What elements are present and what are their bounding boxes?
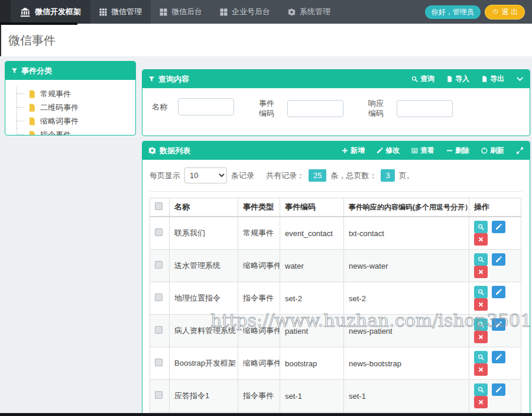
search-button[interactable]: 查询 bbox=[411, 74, 434, 84]
import-button-label: 导入 bbox=[455, 74, 469, 84]
edit-button[interactable]: 修改 bbox=[377, 146, 400, 156]
row-view-button[interactable] bbox=[474, 383, 488, 396]
x-icon bbox=[478, 301, 484, 308]
event-category-panel: 事件分类 常规事件 二维码事件 缩略词事件 指令事件 bbox=[5, 61, 136, 136]
cell-event-code: bootstrap bbox=[280, 347, 344, 380]
nav-item-label: 系统管理 bbox=[300, 7, 330, 17]
response-code-field[interactable] bbox=[397, 100, 453, 117]
cell-event-code: water bbox=[280, 250, 344, 282]
cell-event-type: 指令事件 bbox=[238, 380, 280, 412]
search-icon bbox=[411, 76, 418, 82]
field-group-name: 名称 bbox=[152, 98, 234, 115]
cell-name: 联系我们 bbox=[170, 217, 238, 250]
event-code-field[interactable] bbox=[287, 100, 343, 117]
cell-event-type: 缩略词事件 bbox=[238, 250, 280, 282]
import-button[interactable]: 导入 bbox=[446, 74, 469, 84]
plus-icon bbox=[342, 147, 348, 154]
refresh-button[interactable]: 刷新 bbox=[481, 146, 504, 156]
row-delete-button[interactable] bbox=[474, 298, 488, 311]
cell-actions bbox=[469, 250, 521, 282]
filter-icon bbox=[148, 76, 155, 82]
pencil-icon bbox=[495, 321, 502, 328]
add-button[interactable]: 新增 bbox=[342, 146, 365, 156]
nav-item-label: 微信后台 bbox=[171, 7, 202, 17]
row-delete-button[interactable] bbox=[474, 363, 488, 376]
query-form: 名称 事件编码 响应编码 bbox=[142, 88, 530, 128]
row-view-button[interactable] bbox=[474, 253, 488, 266]
cell-name: 送水管理系统 bbox=[170, 250, 238, 282]
per-page-prefix: 每页显示 bbox=[150, 170, 180, 181]
cell-actions bbox=[469, 380, 521, 412]
tree-item-qrcode-event[interactable]: 二维码事件 bbox=[12, 101, 129, 114]
collapse-panel-button[interactable] bbox=[516, 75, 524, 83]
navbar-brand[interactable]: 微信开发框架 bbox=[11, 0, 90, 24]
row-checkbox[interactable] bbox=[155, 391, 163, 399]
name-field[interactable] bbox=[178, 98, 234, 115]
page-title-bar: 微信事件 bbox=[0, 24, 532, 56]
header-event-code: 事件编码 bbox=[280, 198, 344, 217]
row-checkbox[interactable] bbox=[155, 326, 163, 334]
export-button[interactable]: 导出 bbox=[481, 74, 504, 84]
row-checkbox[interactable] bbox=[155, 261, 163, 269]
row-edit-button[interactable] bbox=[492, 221, 505, 233]
brand-underline bbox=[0, 22, 77, 25]
delete-button[interactable]: 删除 bbox=[446, 146, 469, 156]
row-view-button[interactable] bbox=[474, 286, 488, 298]
total-pages-badge: 3 bbox=[381, 169, 394, 182]
top-navbar: 微信开发框架 微信管理 微信后台 企业号后台 系统管理 你好，管理员 退 出 bbox=[0, 0, 532, 24]
row-edit-button[interactable] bbox=[492, 286, 505, 298]
cell-actions bbox=[469, 217, 521, 250]
row-view-button[interactable] bbox=[474, 221, 488, 233]
cell-response-code: news-water bbox=[344, 250, 469, 282]
view-button[interactable]: 查看 bbox=[411, 146, 434, 156]
header-actions: 操作 bbox=[469, 198, 521, 217]
cell-event-code: patient bbox=[280, 315, 344, 347]
events-table: 名称 事件类型 事件编码 事件响应的内容编码(多个用逗号分开） 操作 联系我们 … bbox=[150, 198, 521, 416]
row-view-button[interactable] bbox=[474, 351, 488, 363]
add-button-label: 新增 bbox=[351, 146, 365, 156]
row-delete-button[interactable] bbox=[474, 266, 488, 278]
divider bbox=[150, 191, 523, 192]
row-delete-button[interactable] bbox=[474, 331, 488, 343]
nav-item-wechat-backend[interactable]: 微信后台 bbox=[151, 0, 211, 24]
row-view-button[interactable] bbox=[474, 318, 488, 331]
tree-item-regular-event[interactable]: 常规事件 bbox=[12, 87, 129, 101]
pencil-icon bbox=[495, 256, 502, 263]
row-delete-button[interactable] bbox=[474, 396, 488, 408]
row-edit-button[interactable] bbox=[492, 253, 505, 266]
gear-icon bbox=[288, 8, 296, 16]
tree-item-keyword-event[interactable]: 缩略词事件 bbox=[12, 114, 129, 128]
tree-item-command-event[interactable]: 指令事件 bbox=[12, 128, 129, 136]
cell-actions bbox=[469, 282, 521, 315]
total-pages-label: 条，总页数： bbox=[330, 170, 377, 181]
minus-icon bbox=[446, 147, 453, 154]
file-icon bbox=[28, 117, 36, 125]
total-pages-suffix: 页。 bbox=[399, 170, 414, 181]
select-all-checkbox[interactable] bbox=[155, 202, 163, 210]
nav-item-wechat-manage[interactable]: 微信管理 bbox=[90, 0, 151, 24]
nav-item-label: 微信管理 bbox=[111, 7, 142, 17]
cell-event-code: set-1 bbox=[280, 380, 344, 412]
row-checkbox[interactable] bbox=[155, 294, 163, 301]
row-delete-button[interactable] bbox=[474, 233, 488, 246]
logout-button[interactable]: 退 出 bbox=[485, 5, 525, 20]
fullscreen-button[interactable] bbox=[516, 147, 524, 154]
pencil-icon bbox=[495, 354, 502, 360]
nav-item-enterprise-backend[interactable]: 企业号后台 bbox=[211, 0, 279, 24]
data-list-header: 数据列表 新增 修改 查看 删除 刷新 bbox=[142, 141, 530, 160]
table-row: Boostrap开发框架 缩略词事件 bootstrap news-bootst… bbox=[150, 347, 521, 380]
chevron-down-icon bbox=[516, 75, 524, 83]
row-checkbox[interactable] bbox=[155, 359, 163, 366]
field-group-response-code: 响应编码 bbox=[368, 98, 453, 118]
row-checkbox[interactable] bbox=[155, 228, 163, 236]
row-edit-button[interactable] bbox=[492, 318, 505, 331]
row-edit-button[interactable] bbox=[492, 383, 505, 396]
nav-item-system-manage[interactable]: 系统管理 bbox=[279, 0, 339, 24]
table-row: 应答指令1 指令事件 set-1 set-1 bbox=[150, 380, 521, 412]
per-page-select[interactable]: 10 bbox=[184, 167, 227, 183]
row-edit-button[interactable] bbox=[492, 351, 505, 363]
th-grid-icon bbox=[99, 8, 107, 16]
pencil-icon bbox=[495, 224, 502, 230]
logout-label: 退 出 bbox=[502, 7, 518, 17]
total-records-badge: 25 bbox=[309, 169, 326, 182]
